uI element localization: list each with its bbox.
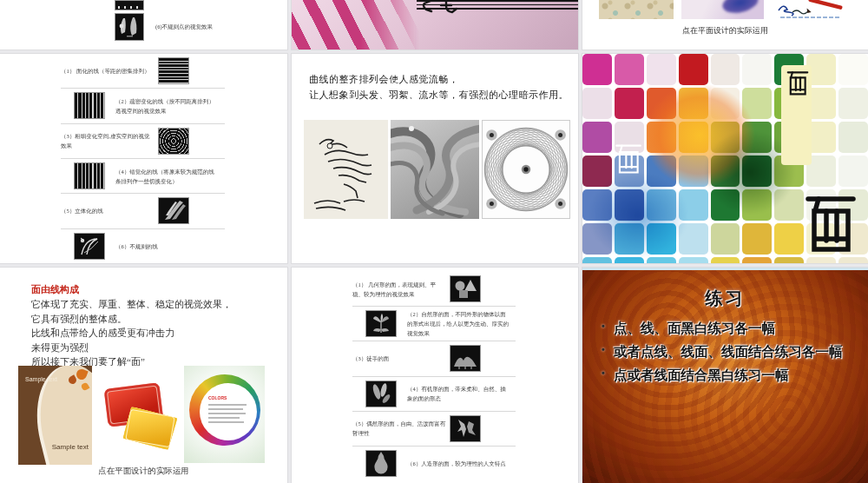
sample-text-label-top: Sample text <box>25 376 57 382</box>
slide-thumbnail-plane-types[interactable]: （1） 几何形的面，表现规则、平稳、较为理性的视觉效果 <box>292 268 578 483</box>
item-text: （4）错觉化的线（将原来较为规范的线条排列作一些切换变化） <box>115 167 220 186</box>
mian-character-small <box>786 69 810 96</box>
text-line: 曲线的整齐排列会使人感觉流畅， <box>309 71 569 87</box>
mosaic-tile <box>615 54 644 85</box>
mosaic-tile <box>615 189 644 221</box>
slide-thumbnail-plane-intro[interactable]: 面由线构成 它体现了充实、厚重、整体、稳定的视觉效果， 它具有强烈的整体感。 比… <box>0 268 287 483</box>
slide-sorter-grid: (6)不规则点的视觉效果 <box>0 0 868 483</box>
mosaic-tile <box>742 257 772 263</box>
mosaic-tile <box>615 88 644 119</box>
flowing-hair-image <box>391 120 479 219</box>
mosaic-tile <box>711 223 740 255</box>
mosaic-tile <box>711 88 740 119</box>
slide-thumbnail-line-types[interactable]: （1） 面化的线（等距的密集排列） （2）疏密变化的线（按不同距离排列）透视空间… <box>0 54 287 263</box>
item-text: （2）自然形的面，不同外形的物体以面的形式出现后，给人以更为生动、厚实的视觉效果 <box>407 309 511 338</box>
ornamental-pattern-image <box>599 0 674 19</box>
slide-c-caption: 点在平面设计的实际运用 <box>582 25 868 36</box>
list-item: （4）错觉化的线（将原来较为规范的线条排列作一些切换变化） <box>61 159 225 194</box>
concentric-rings-image <box>158 128 189 155</box>
colors-fan-image: COLORS <box>184 366 265 463</box>
list-item: （4）有机形的面，带来柔和、自然、抽象的面的形态 <box>352 377 516 412</box>
list-item: （6）不规则的线 <box>61 229 225 263</box>
spirograph-circles-image <box>482 120 570 219</box>
mosaic-tile <box>582 54 612 85</box>
mosaic-tile <box>806 257 836 263</box>
item-text: （1） 几何形的面，表现规则、平稳、较为理性的视觉效果 <box>352 280 446 299</box>
mosaic-tile <box>742 155 772 187</box>
mosaic-tile <box>742 223 772 255</box>
magenta-diagonal-stripes <box>292 0 427 50</box>
item-text: （6）人造形的面，较为理性的人文特点 <box>407 459 511 468</box>
text-line: 它具有强烈的整体感。 <box>31 312 232 327</box>
list-item: （1） 几何形的面，表现规则、平稳、较为理性的视觉效果 <box>352 272 516 307</box>
list-item: （2）自然形的面，不同外形的物体以面的形式出现后，给人以更为生动、厚实的视觉效果 <box>352 307 516 341</box>
mosaic-tile <box>742 189 772 221</box>
mosaic-tile <box>582 122 612 153</box>
text-line: 让人想象到头发、羽絮、流水等，有强烈的心理暗示作用。 <box>309 87 569 103</box>
mosaic-tile <box>582 88 612 119</box>
top-edge-strip <box>582 268 868 270</box>
item-text: （5）偶然形的面，自由、活泼而富有哲理性 <box>352 419 446 438</box>
horizontal-stripes-image <box>158 57 189 84</box>
mosaic-tile <box>711 257 740 263</box>
item-text: （2）疏密变化的线（按不同距离排列）透视空间的视觉效果 <box>115 96 220 116</box>
item-text: （3）徒手的面 <box>352 354 446 363</box>
mosaic-tile <box>742 88 772 119</box>
exercise-bullet-list: 点、线、面黑白练习各一幅 或者点线、线面、线面结合练习各一幅 点或者线面结合黑白… <box>598 320 855 390</box>
ink-brush-drawing-image <box>304 120 388 219</box>
mountain-silhouette-image <box>450 345 481 372</box>
vertical-stripes-image <box>74 92 105 119</box>
mosaic-tile <box>679 122 708 153</box>
slide-g-title: 面由线构成 <box>31 283 79 296</box>
mosaic-tile <box>582 223 612 255</box>
splash-shapes-image <box>450 415 481 442</box>
text-line: 它体现了充实、厚重、整体、稳定的视觉效果， <box>31 297 232 312</box>
item-text: （5）立体化的线 <box>61 206 155 215</box>
slide-a-caption: (6)不规则点的视觉效果 <box>155 23 213 31</box>
list-item: （1） 面化的线（等距的密集排列） <box>61 54 225 89</box>
bullet-item: 或者点线、线面、线面结合练习各一幅 <box>598 343 855 361</box>
slide-thumbnail-dots-effects[interactable]: (6)不规则点的视觉效果 <box>0 0 287 50</box>
sample-text-label-bottom: Sample text <box>52 443 89 451</box>
mosaic-tile <box>838 155 868 187</box>
mosaic-tile <box>838 54 868 85</box>
mosaic-tile <box>679 257 708 263</box>
mosaic-tile <box>679 155 708 187</box>
soft-gradient-image <box>681 0 764 19</box>
line-type-list: （1） 面化的线（等距的密集排列） （2）疏密变化的线（按不同距离排列）透视空间… <box>61 54 225 263</box>
mosaic-tile <box>711 189 740 221</box>
item-text: （1） 面化的线（等距的密集排列） <box>61 66 155 76</box>
mosaic-tile <box>647 122 676 153</box>
pen-sketch-image <box>775 0 849 21</box>
slide-thumbnail-line-title[interactable] <box>292 0 578 50</box>
mosaic-tile <box>647 257 676 263</box>
slide-thumbnail-dot-applications[interactable]: 点在平面设计的实际运用 <box>582 0 868 50</box>
slide-g-caption: 点在平面设计的实际运用 <box>0 466 287 477</box>
mosaic-tile <box>582 155 612 187</box>
slide-thumbnail-curves[interactable]: 曲线的整齐排列会使人感觉流畅， 让人想象到头发、羽絮、流水等，有强烈的心理暗示作… <box>292 54 578 263</box>
sample-text-card-image: Sample text Sample text <box>18 366 92 465</box>
mosaic-tile <box>742 54 772 85</box>
bullet-item: 点、线、面黑白练习各一幅 <box>598 320 855 338</box>
mosaic-tile <box>838 257 868 263</box>
mian-character-large <box>803 189 858 255</box>
item-text: （4）有机形的面，带来柔和、自然、抽象的面的形态 <box>407 384 511 403</box>
spirograph-svg <box>483 121 569 218</box>
mosaic-tile <box>774 223 804 255</box>
cropped-dots-image <box>115 0 144 10</box>
mosaic-tile <box>647 223 676 255</box>
plaques-image <box>101 380 177 460</box>
geometric-shapes-image <box>450 275 481 302</box>
mosaic-tile <box>615 257 644 263</box>
mosaic-tile <box>647 88 676 119</box>
yellow-plaque <box>122 406 178 450</box>
slide-thumbnail-mian-title[interactable] <box>582 54 868 263</box>
slide-thumbnail-exercise[interactable]: 练习 点、线、面黑白练习各一幅 或者点线、线面、线面结合练习各一幅 点或者线面结… <box>582 268 868 483</box>
mosaic-tile <box>615 223 644 255</box>
mosaic-tile <box>742 122 772 153</box>
mosaic-tile <box>711 155 740 187</box>
text-line: 来得更为强烈 <box>31 341 232 355</box>
list-item: （3）徒手的面 <box>352 341 516 376</box>
mosaic-tile <box>838 122 868 153</box>
list-item: （5）立体化的线 <box>61 194 225 228</box>
